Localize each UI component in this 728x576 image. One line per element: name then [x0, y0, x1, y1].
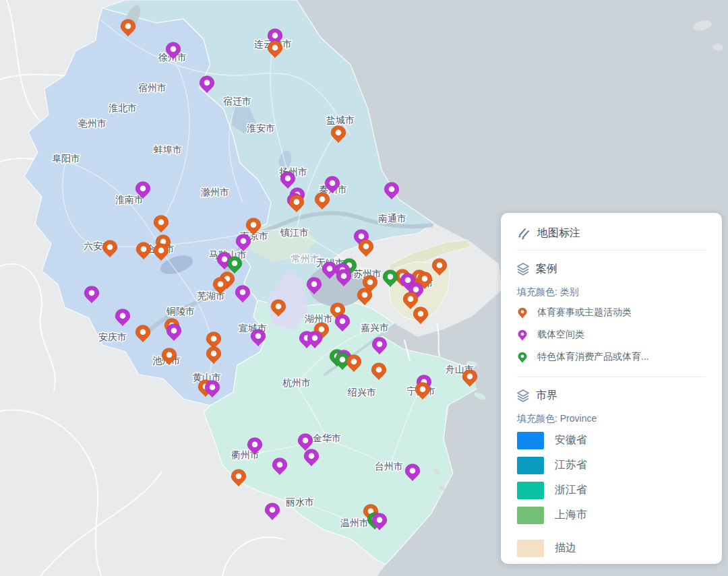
divider [517, 377, 706, 377]
city-label: 杭州市 [282, 377, 311, 388]
swatch-label: 上海市 [555, 508, 587, 522]
panel-title: 地图标注 [537, 226, 580, 241]
city-label: 淮南市 [115, 194, 144, 205]
legend-item-label: 特色体育消费产品或体育... [537, 351, 649, 363]
panel-header: 地图标注 [517, 225, 706, 241]
city-label: 温州市 [340, 517, 369, 528]
stroke-swatch [517, 540, 544, 557]
legend-item-label: 体育赛事或主题活动类 [537, 307, 632, 319]
city-label: 淮北市 [109, 102, 137, 113]
city-label: 湖州市 [304, 313, 333, 324]
city-label: 常州市 [291, 253, 320, 264]
section-boundaries: 市界 [517, 387, 706, 404]
city-label: 金华市 [313, 433, 341, 443]
swatch-item-anhui: 安徽省 [517, 428, 706, 453]
annotate-icon [517, 226, 530, 240]
city-label: 盐城市 [326, 115, 355, 125]
city-label: 阜阳市 [52, 153, 80, 164]
city-label: 南通市 [378, 213, 406, 224]
swatch-item-jiangsu: 江苏省 [517, 453, 706, 478]
product-pin-icon [517, 350, 528, 364]
legend-item-event: 体育赛事或主题活动类 [517, 301, 706, 323]
city-label: 嘉兴市 [361, 322, 389, 333]
city-label: 宿州市 [138, 82, 166, 93]
swatch-item-shanghai: 上海市 [517, 503, 706, 527]
layers-icon [517, 389, 529, 402]
swatch-label: 安徽省 [555, 433, 587, 447]
city-label: 淮安市 [247, 123, 275, 133]
legend-item-product: 特色体育消费产品或体育... [517, 346, 706, 368]
layers-icon [517, 263, 529, 276]
city-label: 绍兴市 [347, 387, 376, 397]
section-boundaries-title: 市界 [536, 389, 557, 403]
city-label: 镇江市 [280, 227, 309, 238]
boundaries-fill-label: 填充颜色: Province [517, 413, 706, 425]
jiangsu-swatch [517, 457, 544, 474]
cases-fill-label: 填充颜色: 类别 [517, 286, 706, 298]
city-label: 滁州市 [200, 187, 229, 197]
legend-item-venue: 载体空间类 [517, 323, 706, 346]
city-label: 宿迁市 [223, 96, 251, 106]
section-cases: 案例 [517, 261, 706, 277]
swatch-item-zhejiang: 浙江省 [517, 478, 706, 503]
legend-panel: 地图标注 案例 填充颜色: 类别 体育赛事或主题活动类 [501, 213, 722, 564]
city-label: 丽水市 [286, 497, 314, 507]
anhui-swatch [517, 432, 544, 449]
city-label: 安庆市 [98, 331, 127, 342]
shanghai-swatch [517, 507, 544, 524]
swatch-label: 浙江省 [555, 483, 587, 497]
legend-item-label: 载体空间类 [537, 329, 584, 341]
divider [517, 250, 706, 251]
venue-pin-icon [517, 328, 528, 342]
swatch-item-stroke: 描边 [517, 536, 706, 561]
swatch-label: 江苏省 [555, 458, 587, 472]
city-label: 亳州市 [78, 118, 107, 129]
swatch-label: 描边 [555, 541, 576, 555]
city-label: 台州市 [375, 461, 403, 472]
section-cases-title: 案例 [536, 262, 557, 276]
event-pin-icon [517, 306, 528, 319]
zhejiang-swatch [517, 482, 544, 499]
city-label: 铜陵市 [166, 306, 195, 317]
city-label: 蚌埠市 [154, 144, 182, 155]
